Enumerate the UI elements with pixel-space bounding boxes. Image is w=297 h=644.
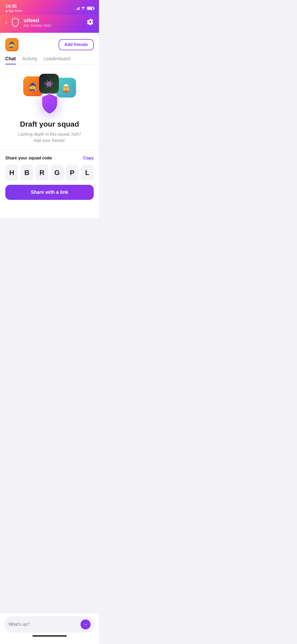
cluster-avatar-2: 👾 [39, 74, 59, 94]
header-subtitle: Est. October 2021 [23, 24, 51, 27]
svg-text:🧝: 🧝 [62, 84, 71, 93]
tab-leaderboard[interactable]: Leaderboard [44, 56, 70, 64]
bottom-spacer [5, 210, 94, 218]
svg-text:🧙: 🧙 [8, 41, 16, 48]
status-bar: 14:35 App Store [0, 0, 99, 15]
shield-icon [10, 17, 20, 27]
squad-code-header: Share your squad code Copy [5, 156, 94, 160]
signal-icon [75, 6, 79, 10]
header-title-block: uifeed Est. October 2021 [23, 17, 51, 27]
signal-bar-4 [79, 7, 79, 10]
status-right [75, 6, 94, 11]
code-letter-H: H [5, 165, 18, 181]
settings-icon[interactable] [87, 18, 94, 27]
top-row: 🧙 Add friends [5, 38, 94, 51]
code-letter-L: L [81, 165, 94, 181]
squad-code-section: Share your squad code Copy H B R G P L S… [5, 150, 94, 210]
svg-point-0 [83, 9, 83, 10]
tab-chat[interactable]: Chat [5, 56, 16, 64]
back-button[interactable]: ‹ [5, 19, 7, 26]
svg-text:🧙: 🧙 [29, 82, 38, 91]
status-left: 14:35 App Store [5, 4, 22, 13]
signal-bar-1 [75, 9, 76, 10]
tabs: Chat Activity Leaderboard [5, 56, 94, 65]
squad-subtitle: Lacking depth in this squad, huh?Add you… [5, 131, 94, 144]
status-appstore: App Store [5, 9, 22, 13]
tab-activity[interactable]: Activity [22, 56, 37, 64]
code-letter-B: B [20, 165, 33, 181]
status-time: 14:35 [5, 4, 22, 9]
header-left: ‹ uifeed Est. October 2021 [5, 17, 51, 27]
add-friends-button[interactable]: Add friends [59, 39, 94, 50]
share-link-button[interactable]: Share with a link [5, 185, 94, 200]
code-letter-P: P [66, 165, 79, 181]
header: ‹ uifeed Est. October 2021 [0, 15, 99, 33]
squad-title: Draft your squad [5, 120, 94, 128]
wifi-icon [81, 6, 85, 11]
code-letter-R: R [35, 165, 48, 181]
squad-illustration: 🧙 👾 🧝 [5, 72, 94, 115]
header-title: uifeed [23, 17, 51, 24]
svg-text:👾: 👾 [44, 80, 54, 89]
code-letters: H B R G P L [5, 165, 94, 181]
code-letter-G: G [51, 165, 64, 181]
shield-center [39, 93, 60, 116]
signal-bar-2 [76, 8, 77, 10]
squad-code-label: Share your squad code [5, 156, 52, 160]
avatar-cluster: 🧙 👾 🧝 [23, 74, 76, 113]
avatar: 🧙 [5, 38, 18, 51]
signal-bar-3 [77, 8, 78, 10]
battery-icon [87, 7, 94, 10]
main-card: 🧙 Add friends Chat Activity Leaderboard … [0, 33, 99, 218]
battery-fill [88, 7, 92, 9]
copy-button[interactable]: Copy [83, 156, 94, 160]
